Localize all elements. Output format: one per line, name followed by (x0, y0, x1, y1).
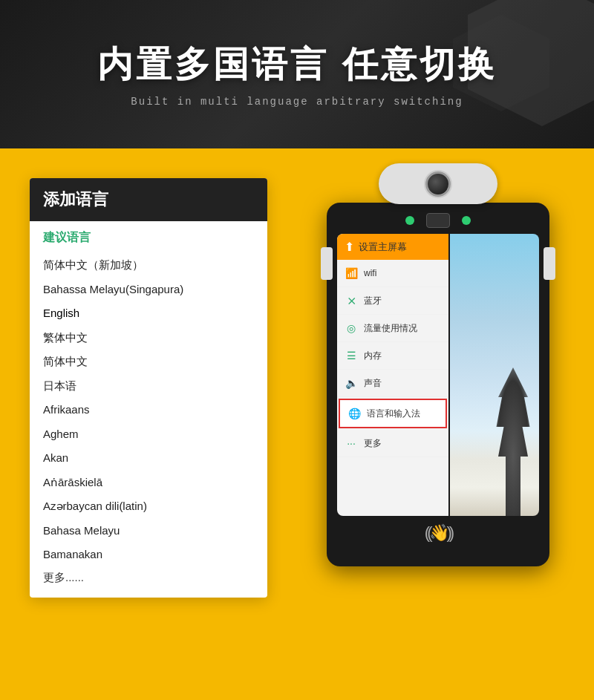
settings-item-language[interactable]: 🌐 语言和输入法 (339, 399, 447, 428)
camera-module (379, 163, 497, 204)
side-button-right (544, 247, 555, 280)
sound-icon: 🔈 (345, 376, 358, 390)
camera-lens (425, 171, 451, 197)
settings-label-storage: 内存 (364, 350, 382, 362)
device-body: ⬆ 设置主屏幕 📶 wifi ⨯ 蓝牙 ◎ (327, 203, 549, 566)
language-panel-header: 添加语言 (30, 178, 267, 221)
device-screen: ⬆ 设置主屏幕 📶 wifi ⨯ 蓝牙 ◎ (337, 234, 539, 516)
settings-label-sound: 声音 (364, 377, 382, 390)
list-item[interactable]: 繁体中文 (43, 326, 254, 350)
settings-label-bluetooth: 蓝牙 (364, 295, 382, 307)
list-item[interactable]: Bahasa Melayu (43, 519, 254, 543)
settings-item-data[interactable]: ◎ 流量使用情况 (337, 315, 448, 342)
data-icon: ◎ (345, 321, 358, 335)
language-panel-body: 建议语言 简体中文（新加坡） Bahassa Melayu(Singapura)… (30, 221, 267, 598)
sensor-dot-right (462, 216, 471, 225)
sub-title: Built in multi language arbitrary switch… (131, 96, 463, 108)
list-item[interactable]: 简体中文（新加坡） (43, 253, 254, 278)
settings-title: 设置主屏幕 (359, 241, 407, 254)
settings-label-more: 更多 (364, 437, 382, 450)
device-wrapper: ⬆ 设置主屏幕 📶 wifi ⨯ 蓝牙 ◎ (312, 163, 564, 566)
main-title: 内置多国语言 任意切换 (97, 41, 496, 88)
storage-icon: ☰ (345, 349, 358, 362)
panel-title: 添加语言 (43, 190, 108, 209)
screen-background (450, 234, 539, 516)
language-icon: 🌐 (347, 407, 361, 420)
list-item[interactable]: 日本语 (43, 374, 254, 399)
header-section: 内置多国语言 任意切换 Built in multi language arbi… (0, 0, 594, 148)
language-panel: 添加语言 建议语言 简体中文（新加坡） Bahassa Melayu(Singa… (30, 178, 267, 598)
side-button-left (321, 247, 333, 280)
more-icon: ··· (345, 436, 358, 450)
list-item[interactable]: Aghem (43, 422, 254, 447)
list-item[interactable]: Afrikaans (43, 398, 254, 422)
suggested-label: 建议语言 (43, 230, 254, 246)
settings-item-storage[interactable]: ☰ 内存 (337, 342, 448, 370)
settings-header: ⬆ 设置主屏幕 (337, 234, 448, 260)
bluetooth-icon: ⨯ (345, 294, 358, 307)
list-item[interactable]: Akan (43, 446, 254, 471)
settings-label-language: 语言和输入法 (367, 408, 420, 420)
device-sensors (337, 213, 539, 228)
main-section: 添加语言 建议语言 简体中文（新加坡） Bahassa Melayu(Singa… (0, 148, 594, 700)
settings-menu: ⬆ 设置主屏幕 📶 wifi ⨯ 蓝牙 ◎ (337, 234, 448, 516)
nfc-icon: ((👋)) (425, 523, 451, 543)
more-text[interactable]: 更多...... (43, 567, 254, 589)
list-item[interactable]: Aṅārāskielā (43, 471, 254, 495)
settings-label-data: 流量使用情况 (364, 322, 417, 335)
list-item[interactable]: 简体中文 (43, 350, 254, 374)
settings-label-wifi: wifi (364, 268, 376, 278)
list-item-english[interactable]: English (43, 301, 254, 326)
list-item[interactable]: Bamanakan (43, 543, 254, 567)
ir-camera (426, 213, 450, 228)
settings-item-bluetooth[interactable]: ⨯ 蓝牙 (337, 287, 448, 315)
settings-item-more[interactable]: ··· 更多 (337, 430, 448, 457)
sensor-dot-left (405, 216, 414, 225)
settings-item-wifi[interactable]: 📶 wifi (337, 260, 448, 287)
list-item[interactable]: Bahassa Melayu(Singapura) (43, 278, 254, 302)
home-icon: ⬆ (345, 240, 354, 254)
wifi-icon: 📶 (345, 266, 358, 280)
device-bottom: ((👋)) (337, 516, 539, 546)
settings-item-sound[interactable]: 🔈 声音 (337, 370, 448, 397)
list-item[interactable]: Azərbaycan dili(latin) (43, 494, 254, 519)
